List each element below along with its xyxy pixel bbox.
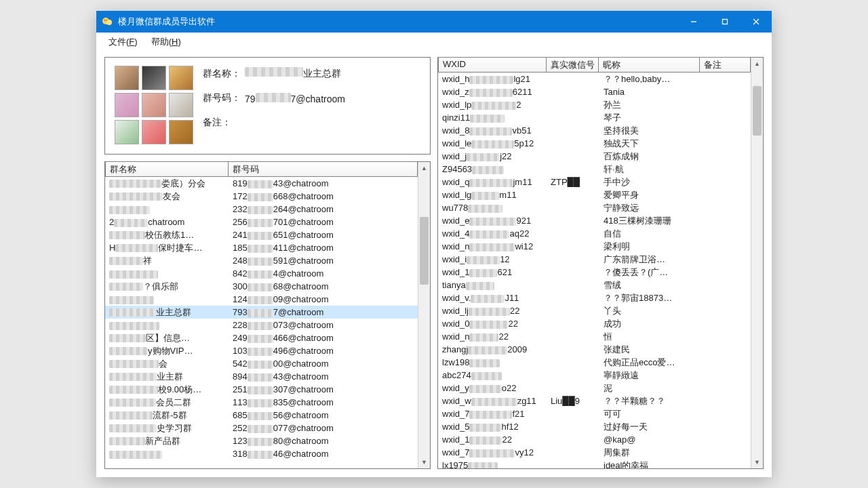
table-row[interactable]: wxid_5hf12过好每一天: [438, 420, 751, 433]
groups-list-body[interactable]: 娄底）分会81943@chatroom友会172668@chatroom2322…: [105, 177, 418, 468]
table-row[interactable]: 娄底）分会81943@chatroom: [105, 177, 418, 190]
table-row[interactable]: wxid_jj22百炼成钢: [438, 150, 751, 163]
cell-wxid: wxid_8vb51: [438, 125, 547, 136]
cell-wxid: wxid_5hf12: [438, 422, 547, 432]
table-row[interactable]: wxid_qjm11ZTP██手中沙: [438, 176, 751, 188]
cell-group-name: [105, 449, 229, 459]
svg-point-2: [104, 20, 106, 21]
table-row[interactable]: 业主总群7937@chatroom: [105, 306, 418, 319]
table-row[interactable]: H保时捷车…185411@chatroom: [105, 241, 418, 254]
members-list-header[interactable]: WXID 真实微信号 昵称 备注: [438, 58, 751, 73]
cell-wxid: wxid_hlg21: [438, 74, 547, 84]
col-group-name[interactable]: 群名称: [105, 161, 229, 177]
col-real-wechat[interactable]: 真实微信号: [546, 57, 599, 73]
table-row[interactable]: wxid_wzg11Liu██9？？半颗糖？？: [438, 394, 751, 407]
table-row[interactable]: 校伍教练1…241651@chatroom: [105, 228, 418, 241]
table-row[interactable]: 祥248591@chatroom: [105, 254, 418, 267]
table-row[interactable]: wxid_v.J11？？郭宙18873…: [438, 291, 751, 304]
table-row[interactable]: lx1975ideal的幸福: [438, 459, 751, 468]
table-row[interactable]: wxid_122@kap@: [438, 433, 751, 446]
table-row[interactable]: tianya雪绒: [438, 279, 751, 291]
cell-real: ZTP██: [547, 177, 599, 187]
scroll-down-icon[interactable]: ▼: [418, 456, 430, 468]
table-row[interactable]: wxid_i12广东箭牌卫浴…: [438, 253, 751, 266]
menu-file[interactable]: 文件(F): [102, 33, 144, 51]
table-row[interactable]: 2chatroom256701@chatroom: [105, 216, 418, 228]
cell-wxid: wxid_7f21: [438, 409, 547, 419]
table-row[interactable]: 新产品群12380@chatroom: [105, 434, 418, 447]
table-row[interactable]: y购物VIP…103496@chatroom: [105, 344, 418, 357]
cell-wxid: wxid_nwi12: [438, 241, 547, 251]
col-group-id[interactable]: 群号码: [228, 161, 418, 177]
table-row[interactable]: wxid_8vb51坚持很美: [438, 124, 751, 137]
table-row[interactable]: wu778宁静致远: [438, 201, 751, 214]
table-row[interactable]: abc274寧靜緻遠: [438, 369, 751, 382]
table-row[interactable]: wxid_lp2孙兰: [438, 98, 751, 111]
table-row[interactable]: wxid_1621？傻丢丢？(广…: [438, 266, 751, 279]
group-name-row: 群名称： 业主总群: [203, 67, 420, 80]
table-row[interactable]: wxid_hlg21？？hello,baby…: [438, 73, 751, 85]
minimize-button[interactable]: [678, 11, 709, 33]
table-row[interactable]: wxid_lj22丫头: [438, 304, 751, 317]
table-row[interactable]: 会54200@chatroom: [105, 357, 418, 370]
table-row[interactable]: 校9.00杨…251307@chatroom: [105, 383, 418, 396]
scroll-thumb[interactable]: [420, 217, 429, 284]
table-row[interactable]: wxid_7vy12周集群: [438, 446, 751, 459]
client-area: 群名称： 业主总群 群号码： 797@chatroom 备注： 群名称: [96, 52, 772, 477]
table-row[interactable]: Z94563轩·航: [438, 163, 751, 176]
members-list-body[interactable]: wxid_hlg21？？hello,baby…wxid_z6211Taniawx…: [438, 73, 751, 468]
cell-nick: ideal的幸福: [599, 460, 701, 469]
table-row[interactable]: wxid_z6211Tania: [438, 85, 751, 98]
cell-group-name: [105, 294, 229, 304]
groups-scrollbar[interactable]: ▲ ▼: [418, 162, 430, 468]
cell-nick: 梁利明: [599, 241, 701, 253]
table-row[interactable]: qinzi11琴子: [438, 111, 751, 124]
cell-wxid: wxid_le5p12: [438, 138, 547, 148]
scroll-thumb[interactable]: [753, 86, 762, 136]
table-row[interactable]: 区】信息…249466@chatroom: [105, 331, 418, 344]
title-bar[interactable]: 楼月微信群成员导出软件: [96, 11, 772, 33]
cell-group-name: 史学习群: [105, 422, 229, 434]
table-row[interactable]: wxid_lgm11爱卿平身: [438, 188, 751, 201]
table-row[interactable]: wxid_nwi12梁利明: [438, 240, 751, 253]
table-row[interactable]: 业主群89443@chatroom: [105, 370, 418, 383]
members-scrollbar[interactable]: ▲ ▼: [751, 58, 763, 468]
scroll-up-icon[interactable]: ▲: [418, 162, 430, 174]
groups-list[interactable]: 群名称 群号码 娄底）分会81943@chatroom友会172668@chat…: [104, 161, 431, 469]
table-row[interactable]: zhangj2009张建民: [438, 343, 751, 356]
table-row[interactable]: 228073@chatroom: [105, 319, 418, 331]
table-row[interactable]: lzw198代购正品ecco爱…: [438, 356, 751, 369]
groups-list-header[interactable]: 群名称 群号码: [105, 162, 418, 177]
menu-help[interactable]: 帮助(H): [144, 33, 188, 51]
table-row[interactable]: 232264@chatroom: [105, 203, 418, 216]
table-row[interactable]: 31846@chatroom: [105, 447, 418, 460]
table-row[interactable]: 会员二群113835@chatroom: [105, 396, 418, 409]
cell-nick: 手中沙: [599, 176, 701, 188]
cell-group-id: 31846@chatroom: [229, 449, 418, 459]
cell-real: Liu██9: [547, 396, 599, 406]
table-row[interactable]: ？俱乐部30068@chatroom: [105, 280, 418, 293]
members-list[interactable]: WXID 真实微信号 昵称 备注 wxid_hlg21？？hello,baby……: [437, 57, 764, 469]
table-row[interactable]: wxid_4aq22自信: [438, 227, 751, 240]
cell-nick: Tania: [599, 87, 701, 97]
table-row[interactable]: wxid_7f21可可: [438, 407, 751, 420]
scroll-up-icon[interactable]: ▲: [751, 58, 763, 70]
table-row[interactable]: 友会172668@chatroom: [105, 190, 418, 203]
close-button[interactable]: [741, 11, 772, 33]
table-row[interactable]: wxid_022成功: [438, 317, 751, 330]
col-remark[interactable]: 备注: [699, 57, 751, 73]
table-row[interactable]: wxid_e921418三棵树漆珊珊: [438, 214, 751, 227]
table-row[interactable]: 流群-5群68556@chatroom: [105, 409, 418, 422]
col-wxid[interactable]: WXID: [438, 57, 547, 73]
cell-wxid: abc274: [438, 370, 547, 380]
maximize-button[interactable]: [709, 11, 741, 33]
table-row[interactable]: 8424@chatroom: [105, 267, 418, 280]
col-nickname[interactable]: 昵称: [598, 57, 700, 73]
scroll-down-icon[interactable]: ▼: [751, 456, 763, 468]
table-row[interactable]: wxid_le5p12独战天下: [438, 137, 751, 150]
cell-wxid: wxid_4aq22: [438, 228, 547, 239]
table-row[interactable]: 史学习群252077@chatroom: [105, 422, 418, 434]
table-row[interactable]: wxid_n22恒: [438, 330, 751, 343]
table-row[interactable]: 12409@chatroom: [105, 293, 418, 306]
table-row[interactable]: wxid_yo22泥: [438, 382, 751, 394]
